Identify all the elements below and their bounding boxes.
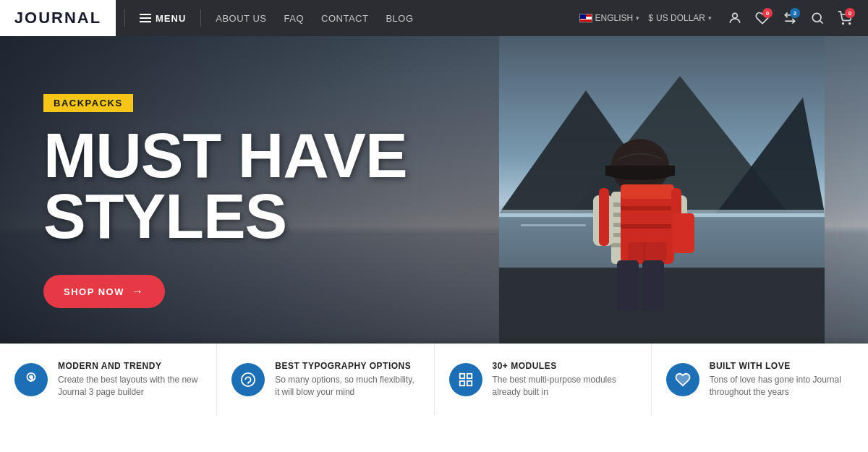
shop-now-button[interactable]: SHOP NOW →: [43, 275, 165, 308]
shop-btn-label: SHOP NOW: [64, 286, 124, 297]
currency-chevron-icon: ▾: [708, 14, 712, 22]
svg-rect-34: [673, 213, 694, 253]
feature-modern-trendy: MODERN AND TRENDY Create the best layout…: [0, 344, 217, 416]
compare-badge: 2: [790, 8, 800, 18]
arrow-icon: →: [132, 285, 145, 298]
svg-rect-40: [467, 374, 471, 378]
category-badge[interactable]: BACKPACKS: [43, 94, 133, 112]
flag-icon: [579, 14, 592, 22]
feature-desc-0: Create the best layouts with the new Jou…: [58, 374, 202, 398]
svg-rect-30: [628, 242, 667, 260]
feature-icon-modules: [449, 363, 482, 396]
svg-rect-35: [617, 260, 639, 311]
compare-icon-button[interactable]: 2: [778, 7, 801, 30]
main-nav: ABOUT US FAQ CONTACT BLOG: [210, 13, 579, 24]
logo-text: JOURNAL: [14, 9, 101, 27]
hero-title-line2: STYLES: [43, 180, 286, 252]
feature-text-modules: 30+ MODULES The best multi-purpose modul…: [493, 361, 637, 398]
language-label: ENGLISH: [595, 13, 634, 23]
svg-rect-27: [621, 184, 674, 199]
menu-button[interactable]: MENU: [134, 13, 192, 24]
svg-rect-29: [621, 224, 674, 229]
svg-rect-11: [521, 224, 586, 226]
lang-chevron-icon: ▾: [636, 14, 639, 22]
nav-contact[interactable]: CONTACT: [321, 13, 368, 24]
menu-label: MENU: [156, 13, 186, 24]
svg-point-0: [733, 13, 738, 18]
feature-title-3: BUILT WITH LOVE: [710, 361, 854, 371]
svg-point-38: [30, 376, 33, 379]
hamburger-icon: [140, 14, 151, 22]
feature-built-love: BUILT WITH LOVE Tons of love has gone in…: [652, 344, 868, 416]
svg-point-1: [812, 13, 821, 22]
svg-point-4: [849, 23, 851, 25]
header-right: ENGLISH ▾ $ US DOLLAR ▾ 0 2: [579, 7, 868, 30]
feature-title-2: 30+ MODULES: [493, 361, 637, 371]
logo[interactable]: JOURNAL: [0, 0, 116, 36]
nav-divider-2: [200, 9, 201, 27]
feature-text-love: BUILT WITH LOVE Tons of love has gone in…: [710, 361, 854, 398]
hero-content: BACKPACKS MUST HAVE STYLES SHOP NOW →: [43, 94, 407, 308]
svg-line-2: [820, 21, 823, 24]
svg-rect-31: [644, 242, 645, 260]
feature-typography: BEST TYPOGRAPHY OPTIONS So many options,…: [217, 344, 434, 416]
svg-rect-36: [642, 260, 664, 311]
svg-rect-42: [467, 381, 471, 385]
hero-section: BACKPACKS MUST HAVE STYLES SHOP NOW → MO…: [0, 36, 868, 416]
feature-text-modern: MODERN AND TRENDY Create the best layout…: [58, 361, 202, 398]
svg-point-3: [843, 23, 844, 25]
svg-rect-25: [605, 166, 675, 176]
nav-about-us[interactable]: ABOUT US: [216, 13, 266, 24]
lang-currency: ENGLISH ▾ $ US DOLLAR ▾: [579, 13, 712, 23]
svg-rect-41: [459, 381, 464, 385]
nav-divider: [124, 9, 125, 27]
svg-rect-32: [599, 188, 609, 246]
wishlist-icon-button[interactable]: 0: [751, 7, 774, 30]
currency-label: US DOLLAR: [656, 13, 705, 23]
svg-rect-39: [459, 374, 464, 378]
feature-title-1: BEST TYPOGRAPHY OPTIONS: [275, 361, 419, 371]
feature-icon-modern: [14, 363, 48, 396]
currency-selector[interactable]: $ US DOLLAR ▾: [648, 13, 712, 23]
cart-icon-button[interactable]: 0: [833, 7, 856, 30]
wishlist-badge: 0: [762, 8, 773, 18]
header: JOURNAL MENU ABOUT US FAQ CONTACT BLOG E…: [0, 0, 868, 36]
cart-badge: 0: [845, 8, 855, 18]
feature-icon-love: [666, 363, 699, 396]
search-icon-button[interactable]: [806, 7, 829, 30]
svg-rect-28: [621, 206, 674, 210]
feature-desc-3: Tons of love has gone into Journal throu…: [710, 374, 854, 398]
hero-illustration: [499, 36, 825, 344]
feature-text-typography: BEST TYPOGRAPHY OPTIONS So many options,…: [275, 361, 419, 398]
currency-symbol: $: [648, 13, 653, 23]
feature-desc-1: So many options, so much flexibility, it…: [275, 374, 419, 398]
feature-title-0: MODERN AND TRENDY: [58, 361, 202, 371]
feature-desc-2: The best multi-purpose modules already b…: [493, 374, 637, 398]
nav-blog[interactable]: BLOG: [386, 13, 413, 24]
language-selector[interactable]: ENGLISH ▾: [579, 13, 640, 23]
features-bar: MODERN AND TRENDY Create the best layout…: [0, 344, 868, 416]
feature-modules: 30+ MODULES The best multi-purpose modul…: [435, 344, 652, 416]
user-icon-button[interactable]: [723, 7, 746, 30]
nav-faq[interactable]: FAQ: [284, 13, 305, 24]
feature-icon-typography: [231, 363, 265, 396]
hero-title: MUST HAVE STYLES: [43, 125, 407, 246]
